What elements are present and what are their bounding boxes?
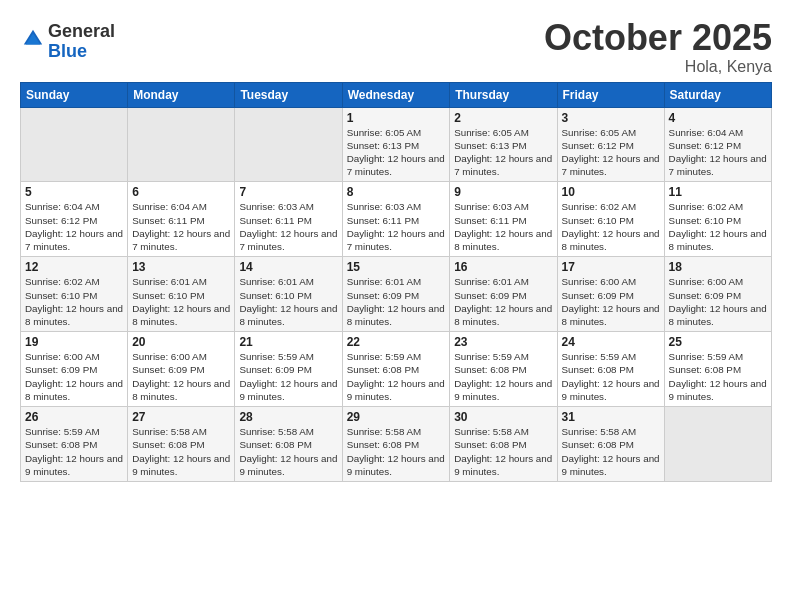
day-number: 4	[669, 111, 767, 125]
day-number: 16	[454, 260, 552, 274]
calendar-week-1: 1Sunrise: 6:05 AM Sunset: 6:13 PM Daylig…	[21, 107, 772, 182]
weekday-header-monday: Monday	[128, 82, 235, 107]
calendar-cell: 31Sunrise: 5:58 AM Sunset: 6:08 PM Dayli…	[557, 407, 664, 482]
day-info: Sunrise: 5:59 AM Sunset: 6:08 PM Dayligh…	[669, 350, 767, 403]
calendar-cell: 22Sunrise: 5:59 AM Sunset: 6:08 PM Dayli…	[342, 332, 450, 407]
calendar-week-4: 19Sunrise: 6:00 AM Sunset: 6:09 PM Dayli…	[21, 332, 772, 407]
calendar-cell: 1Sunrise: 6:05 AM Sunset: 6:13 PM Daylig…	[342, 107, 450, 182]
day-number: 12	[25, 260, 123, 274]
calendar-cell	[128, 107, 235, 182]
weekday-header-sunday: Sunday	[21, 82, 128, 107]
calendar-cell: 10Sunrise: 6:02 AM Sunset: 6:10 PM Dayli…	[557, 182, 664, 257]
day-info: Sunrise: 6:03 AM Sunset: 6:11 PM Dayligh…	[239, 200, 337, 253]
logo-general-text: General	[48, 21, 115, 41]
logo-icon	[22, 28, 44, 50]
calendar-cell: 18Sunrise: 6:00 AM Sunset: 6:09 PM Dayli…	[664, 257, 771, 332]
day-number: 24	[562, 335, 660, 349]
location: Hola, Kenya	[544, 58, 772, 76]
weekday-header-row: SundayMondayTuesdayWednesdayThursdayFrid…	[21, 82, 772, 107]
calendar-cell: 16Sunrise: 6:01 AM Sunset: 6:09 PM Dayli…	[450, 257, 557, 332]
calendar-cell: 24Sunrise: 5:59 AM Sunset: 6:08 PM Dayli…	[557, 332, 664, 407]
day-number: 8	[347, 185, 446, 199]
day-info: Sunrise: 6:01 AM Sunset: 6:10 PM Dayligh…	[132, 275, 230, 328]
calendar-week-5: 26Sunrise: 5:59 AM Sunset: 6:08 PM Dayli…	[21, 407, 772, 482]
calendar-cell: 14Sunrise: 6:01 AM Sunset: 6:10 PM Dayli…	[235, 257, 342, 332]
day-number: 17	[562, 260, 660, 274]
day-info: Sunrise: 6:05 AM Sunset: 6:13 PM Dayligh…	[454, 126, 552, 179]
weekday-header-thursday: Thursday	[450, 82, 557, 107]
day-number: 14	[239, 260, 337, 274]
day-info: Sunrise: 5:58 AM Sunset: 6:08 PM Dayligh…	[347, 425, 446, 478]
calendar-week-2: 5Sunrise: 6:04 AM Sunset: 6:12 PM Daylig…	[21, 182, 772, 257]
calendar-cell: 26Sunrise: 5:59 AM Sunset: 6:08 PM Dayli…	[21, 407, 128, 482]
day-number: 23	[454, 335, 552, 349]
day-number: 22	[347, 335, 446, 349]
day-info: Sunrise: 6:01 AM Sunset: 6:10 PM Dayligh…	[239, 275, 337, 328]
weekday-header-wednesday: Wednesday	[342, 82, 450, 107]
calendar-cell	[664, 407, 771, 482]
logo-blue-text: Blue	[48, 41, 87, 61]
day-number: 1	[347, 111, 446, 125]
day-info: Sunrise: 6:04 AM Sunset: 6:12 PM Dayligh…	[669, 126, 767, 179]
day-info: Sunrise: 5:58 AM Sunset: 6:08 PM Dayligh…	[454, 425, 552, 478]
calendar-cell: 17Sunrise: 6:00 AM Sunset: 6:09 PM Dayli…	[557, 257, 664, 332]
day-info: Sunrise: 6:00 AM Sunset: 6:09 PM Dayligh…	[25, 350, 123, 403]
day-info: Sunrise: 6:04 AM Sunset: 6:11 PM Dayligh…	[132, 200, 230, 253]
weekday-header-friday: Friday	[557, 82, 664, 107]
day-number: 13	[132, 260, 230, 274]
day-number: 30	[454, 410, 552, 424]
day-info: Sunrise: 6:03 AM Sunset: 6:11 PM Dayligh…	[454, 200, 552, 253]
day-info: Sunrise: 6:00 AM Sunset: 6:09 PM Dayligh…	[669, 275, 767, 328]
day-number: 25	[669, 335, 767, 349]
calendar-cell: 27Sunrise: 5:58 AM Sunset: 6:08 PM Dayli…	[128, 407, 235, 482]
calendar-cell: 9Sunrise: 6:03 AM Sunset: 6:11 PM Daylig…	[450, 182, 557, 257]
calendar-cell: 8Sunrise: 6:03 AM Sunset: 6:11 PM Daylig…	[342, 182, 450, 257]
calendar-cell: 19Sunrise: 6:00 AM Sunset: 6:09 PM Dayli…	[21, 332, 128, 407]
day-info: Sunrise: 6:01 AM Sunset: 6:09 PM Dayligh…	[347, 275, 446, 328]
calendar-cell: 5Sunrise: 6:04 AM Sunset: 6:12 PM Daylig…	[21, 182, 128, 257]
day-number: 28	[239, 410, 337, 424]
page-header: General Blue October 2025 Hola, Kenya	[20, 18, 772, 76]
calendar-cell	[235, 107, 342, 182]
calendar-cell	[21, 107, 128, 182]
calendar-cell: 30Sunrise: 5:58 AM Sunset: 6:08 PM Dayli…	[450, 407, 557, 482]
day-info: Sunrise: 6:02 AM Sunset: 6:10 PM Dayligh…	[562, 200, 660, 253]
day-info: Sunrise: 6:05 AM Sunset: 6:13 PM Dayligh…	[347, 126, 446, 179]
day-info: Sunrise: 5:59 AM Sunset: 6:08 PM Dayligh…	[347, 350, 446, 403]
day-info: Sunrise: 6:05 AM Sunset: 6:12 PM Dayligh…	[562, 126, 660, 179]
day-info: Sunrise: 5:58 AM Sunset: 6:08 PM Dayligh…	[562, 425, 660, 478]
title-block: October 2025 Hola, Kenya	[544, 18, 772, 76]
calendar-cell: 28Sunrise: 5:58 AM Sunset: 6:08 PM Dayli…	[235, 407, 342, 482]
calendar-cell: 2Sunrise: 6:05 AM Sunset: 6:13 PM Daylig…	[450, 107, 557, 182]
logo: General Blue	[20, 22, 115, 62]
calendar-cell: 13Sunrise: 6:01 AM Sunset: 6:10 PM Dayli…	[128, 257, 235, 332]
calendar-cell: 29Sunrise: 5:58 AM Sunset: 6:08 PM Dayli…	[342, 407, 450, 482]
calendar-cell: 7Sunrise: 6:03 AM Sunset: 6:11 PM Daylig…	[235, 182, 342, 257]
day-info: Sunrise: 6:00 AM Sunset: 6:09 PM Dayligh…	[132, 350, 230, 403]
calendar-table: SundayMondayTuesdayWednesdayThursdayFrid…	[20, 82, 772, 482]
calendar-cell: 25Sunrise: 5:59 AM Sunset: 6:08 PM Dayli…	[664, 332, 771, 407]
day-info: Sunrise: 6:02 AM Sunset: 6:10 PM Dayligh…	[25, 275, 123, 328]
day-number: 29	[347, 410, 446, 424]
day-number: 15	[347, 260, 446, 274]
day-number: 26	[25, 410, 123, 424]
day-number: 21	[239, 335, 337, 349]
calendar-cell: 3Sunrise: 6:05 AM Sunset: 6:12 PM Daylig…	[557, 107, 664, 182]
day-info: Sunrise: 5:59 AM Sunset: 6:08 PM Dayligh…	[562, 350, 660, 403]
day-info: Sunrise: 6:01 AM Sunset: 6:09 PM Dayligh…	[454, 275, 552, 328]
day-number: 11	[669, 185, 767, 199]
calendar-cell: 4Sunrise: 6:04 AM Sunset: 6:12 PM Daylig…	[664, 107, 771, 182]
calendar-cell: 23Sunrise: 5:59 AM Sunset: 6:08 PM Dayli…	[450, 332, 557, 407]
day-number: 18	[669, 260, 767, 274]
calendar-cell: 6Sunrise: 6:04 AM Sunset: 6:11 PM Daylig…	[128, 182, 235, 257]
calendar-cell: 15Sunrise: 6:01 AM Sunset: 6:09 PM Dayli…	[342, 257, 450, 332]
month-title: October 2025	[544, 18, 772, 58]
day-info: Sunrise: 6:02 AM Sunset: 6:10 PM Dayligh…	[669, 200, 767, 253]
calendar-week-3: 12Sunrise: 6:02 AM Sunset: 6:10 PM Dayli…	[21, 257, 772, 332]
day-number: 5	[25, 185, 123, 199]
day-info: Sunrise: 5:59 AM Sunset: 6:08 PM Dayligh…	[25, 425, 123, 478]
day-number: 27	[132, 410, 230, 424]
day-number: 3	[562, 111, 660, 125]
day-number: 7	[239, 185, 337, 199]
weekday-header-saturday: Saturday	[664, 82, 771, 107]
